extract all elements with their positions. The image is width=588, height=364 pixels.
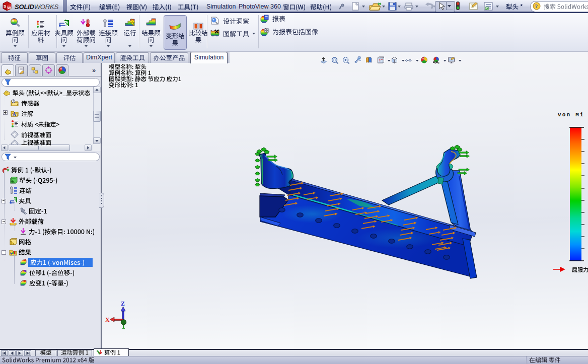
svg-text:X: X (105, 316, 110, 323)
svg-text:u: u (24, 269, 26, 273)
svg-text:Z: Z (121, 300, 125, 307)
svg-text:S: S (4, 4, 7, 9)
svg-text:von Mi: von Mi (558, 112, 584, 118)
svg-text:W: W (7, 6, 11, 10)
svg-text:?: ? (535, 3, 538, 9)
svg-text:A: A (13, 112, 16, 117)
